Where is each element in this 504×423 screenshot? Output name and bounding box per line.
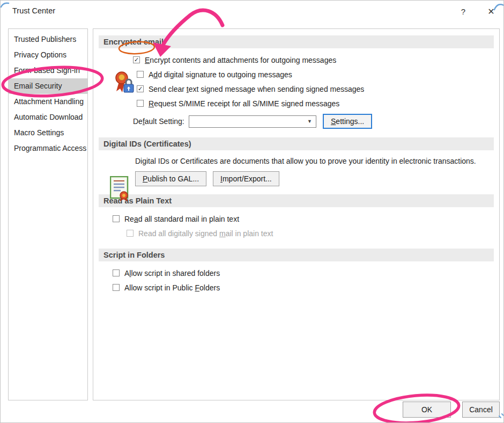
trust-center-dialog: { "window": { "title": "Trust Center", "…: [0, 0, 504, 423]
help-button[interactable]: ?: [454, 4, 472, 19]
digital-ids-description: Digital IDs or Certificates are document…: [135, 156, 494, 166]
digital-ids-section: Digital IDs or Certificates are document…: [99, 156, 494, 186]
sidebar-item-privacy-options[interactable]: Privacy Options: [9, 47, 87, 63]
main-panel: Encrypted email ✓ Encrypt contents and a…: [93, 28, 500, 400]
allow-script-public-checkbox[interactable]: [113, 284, 120, 291]
annotation-mark-top-left: [1, 3, 9, 7]
allow-script-public-label[interactable]: Allow script in Public Folders: [124, 283, 220, 292]
checkbox-row: Read all digitally signed mail in plain …: [127, 226, 494, 240]
read-standard-plain-label[interactable]: Read all standard mail in plain text: [124, 215, 239, 223]
checkbox-row: Request S/MIME receipt for all S/MIME si…: [137, 96, 494, 111]
window-title: Trust Center: [12, 6, 55, 15]
read-signed-plain-label: Read all digitally signed mail in plain …: [138, 229, 273, 238]
import-export-button[interactable]: Import/Export...: [213, 171, 279, 186]
digital-ids-buttons: Publish to GAL... Import/Export...: [135, 171, 494, 186]
section-header-read-plain-text: Read as Plain Text: [99, 194, 494, 207]
default-setting-combobox[interactable]: ▼: [189, 115, 316, 128]
checkbox-row: ✓ Send clear text signed message when se…: [137, 82, 494, 96]
annotation-mark-bottom-right: [499, 414, 503, 418]
settings-button[interactable]: Settings...: [323, 114, 372, 129]
email-security-certificate-lock-icon: [115, 71, 135, 97]
smime-receipt-label[interactable]: Request S/MIME receipt for all S/MIME si…: [149, 99, 339, 108]
read-plain-text-section: Read all standard mail in plain text Rea…: [99, 212, 494, 240]
ok-button[interactable]: OK: [403, 402, 451, 418]
read-standard-plain-checkbox[interactable]: [113, 215, 120, 222]
checkbox-row: Allow script in Public Folders: [113, 280, 494, 295]
cancel-button[interactable]: Cancel: [462, 402, 500, 418]
checkbox-row: Read all standard mail in plain text: [113, 212, 494, 226]
encrypt-outgoing-label[interactable]: Encrypt contents and attachments for out…: [145, 56, 336, 64]
section-header-script-in-folders: Script in Folders: [99, 249, 494, 261]
read-signed-plain-checkbox: [127, 230, 134, 237]
checkbox-row: Add digital signature to outgoing messag…: [137, 67, 494, 82]
publish-to-gal-button[interactable]: Publish to GAL...: [135, 171, 206, 186]
allow-script-shared-checkbox[interactable]: [113, 269, 120, 276]
sidebar: Trusted Publishers Privacy Options Form-…: [8, 28, 88, 400]
encrypt-outgoing-checkbox[interactable]: ✓: [133, 56, 140, 63]
send-clear-text-label[interactable]: Send clear text signed message when send…: [149, 85, 364, 93]
default-setting-row: Default Setting: ▼ Settings...: [133, 113, 494, 129]
sidebar-item-automatic-download[interactable]: Automatic Download: [9, 110, 87, 125]
smime-receipt-checkbox[interactable]: [137, 100, 144, 107]
digital-signature-label[interactable]: Add digital signature to outgoing messag…: [149, 70, 292, 79]
sidebar-item-attachment-handling[interactable]: Attachment Handling: [9, 94, 87, 110]
section-header-digital-ids: Digital IDs (Certificates): [99, 137, 494, 150]
encrypted-email-section: ✓ Encrypt contents and attachments for o…: [99, 53, 494, 129]
script-in-folders-section: Allow script in shared folders Allow scr…: [99, 266, 494, 295]
dropdown-arrow-icon[interactable]: ▼: [307, 119, 312, 124]
section-header-encrypted-email: Encrypted email: [99, 35, 494, 48]
digital-signature-checkbox[interactable]: [137, 71, 144, 78]
checkbox-row: ✓ Encrypt contents and attachments for o…: [133, 53, 494, 67]
sidebar-item-form-based-sign-in[interactable]: Form-based Sign-in: [9, 63, 87, 78]
digital-id-certificate-icon: [110, 176, 130, 203]
default-setting-label: Default Setting:: [133, 117, 189, 126]
sidebar-item-macro-settings[interactable]: Macro Settings: [9, 125, 87, 141]
allow-script-shared-label[interactable]: Allow script in shared folders: [124, 269, 220, 278]
sidebar-item-programmatic-access[interactable]: Programmatic Access: [9, 141, 87, 156]
sidebar-item-trusted-publishers[interactable]: Trusted Publishers: [9, 32, 87, 47]
sidebar-item-email-security[interactable]: Email Security: [9, 78, 87, 94]
checkbox-row: Allow script in shared folders: [113, 266, 494, 280]
send-clear-text-checkbox[interactable]: ✓: [137, 85, 144, 92]
close-button[interactable]: ✕: [482, 4, 500, 19]
